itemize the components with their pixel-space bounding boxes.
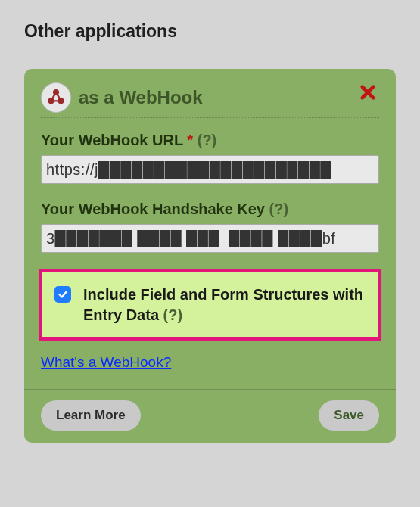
handshake-key-input[interactable] bbox=[41, 224, 379, 253]
close-icon[interactable] bbox=[359, 84, 376, 104]
save-button[interactable]: Save bbox=[319, 400, 379, 431]
required-indicator: * bbox=[187, 132, 193, 148]
webhook-card: as a WebHook Your WebHook URL * (?) Your… bbox=[24, 69, 396, 443]
label-text: Your WebHook URL bbox=[41, 132, 183, 148]
webhook-url-group: Your WebHook URL * (?) bbox=[41, 132, 379, 184]
card-title: as a WebHook bbox=[79, 87, 203, 108]
card-footer: Learn More Save bbox=[24, 389, 396, 431]
card-header: as a WebHook bbox=[41, 82, 379, 118]
page-title: Other applications bbox=[24, 21, 396, 42]
webhook-icon bbox=[41, 82, 71, 113]
label-text: Your WebHook Handshake Key bbox=[41, 201, 265, 217]
include-structures-help-icon[interactable]: (?) bbox=[163, 306, 183, 323]
handshake-key-label: Your WebHook Handshake Key (?) bbox=[41, 201, 379, 218]
include-structures-checkbox[interactable] bbox=[54, 286, 71, 303]
key-help-icon[interactable]: (?) bbox=[269, 201, 289, 217]
learn-more-button[interactable]: Learn More bbox=[41, 400, 141, 431]
whats-a-webhook-link[interactable]: What's a WebHook? bbox=[41, 354, 171, 371]
handshake-key-group: Your WebHook Handshake Key (?) bbox=[41, 201, 379, 253]
webhook-url-input[interactable] bbox=[41, 155, 379, 184]
include-structures-highlight: Include Field and Form Structures with E… bbox=[39, 269, 381, 341]
checkbox-label-text: Include Field and Form Structures with E… bbox=[83, 286, 363, 323]
url-help-icon[interactable]: (?) bbox=[198, 132, 217, 148]
webhook-url-label: Your WebHook URL * (?) bbox=[41, 132, 379, 149]
include-structures-label: Include Field and Form Structures with E… bbox=[83, 285, 369, 325]
